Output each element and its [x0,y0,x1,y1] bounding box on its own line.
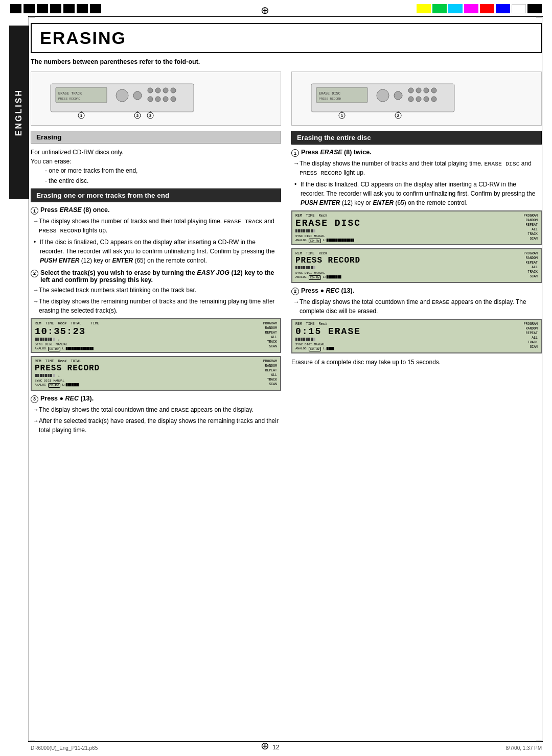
reg-mark-top: ⊕ [261,4,269,16]
right-step1-header: 1 Press ERASE (8) twice. [291,149,542,157]
erase-bold-1: ERASE [60,206,82,214]
right-step1-bullet1: If the disc is finalized, CD appears on … [293,180,542,207]
left-step1-header: 1 Press ERASE (8) once. [31,206,281,215]
page-number: 12 [0,744,552,751]
lcd-right-lower: REMTIMERec# PRESS RECORD [291,248,542,283]
device-diagram-left: ERASE TRACK PRESS RECORD 1 [31,72,281,126]
erase-list: one or more tracks from the end, the ent… [40,166,281,185]
svg-point-30 [416,88,421,93]
left-step2-body: The selected track numbers start blinkin… [31,286,281,315]
color-bar [417,4,542,13]
step1-num: 1 [31,207,38,215]
svg-text:ERASE DISC: ERASE DISC [319,91,340,96]
svg-text:PRESS RECORD: PRESS RECORD [319,97,341,101]
svg-point-35 [424,97,429,102]
svg-point-28 [394,91,402,100]
erase-tracks-header: Erasing one or more tracks from the end [31,188,281,202]
page-subtitle: The numbers between parentheses refer to… [31,58,542,65]
step3-num: 3 [31,395,38,403]
swatch-white [512,4,526,13]
swatch-red [480,4,494,13]
device-svg-right: ERASE DISC PRESS RECORD 1 2 [296,76,537,120]
svg-point-31 [424,88,429,93]
svg-point-29 [408,88,413,93]
swatch-yellow [417,4,431,13]
swatch-magenta [464,4,478,13]
left-step1-arrow1: The display shows the number of tracks a… [33,217,281,235]
svg-point-10 [148,97,153,102]
svg-point-7 [155,88,160,93]
swatch-blue [496,4,510,13]
device-svg-left: ERASE TRACK PRESS RECORD 1 [35,76,277,120]
right-step2-body: The display shows the total countdown ti… [291,297,542,316]
svg-point-27 [377,89,389,102]
svg-point-6 [148,88,153,93]
right-step2-arrow1: The display shows the total countdown ti… [293,297,542,316]
left-step3-arrow2: After the selected track(s) have erased,… [33,416,281,435]
swatch-black [527,4,542,13]
erase-list-item-1: one or more tracks from the end, [45,166,281,175]
erase-disc-header: Erasing the entire disc [291,131,542,145]
right-step1-body: The display shows the number of tracks a… [291,159,542,207]
left-step3-body: The display shows the total countdown ti… [31,405,281,435]
step2-num: 2 [31,270,38,277]
left-step1-bullet1: If the disc is finalized, CD appears on … [33,238,281,265]
svg-point-12 [163,97,168,102]
left-column: ERASE TRACK PRESS RECORD 1 [31,72,281,438]
svg-point-32 [431,88,436,93]
main-content: ERASING The numbers between parentheses … [31,23,542,741]
lcd-left-lower: REMTIMERec#TOTAL PRESS RECORD [31,356,281,391]
left-step1-body: The display shows the number of tracks a… [31,217,281,265]
left-step2-header: 2 Select the track(s) you wish to erase … [31,269,281,284]
swatch-cyan [448,4,463,13]
sidebar-label: ENGLISH [14,89,24,136]
sidebar-english: ENGLISH [9,26,29,199]
left-step3-header: 3 Press ● REC (13). [31,395,281,403]
svg-text:3: 3 [149,113,152,118]
svg-point-9 [171,88,176,93]
erasing-intro: For unfinalized CD-RW discs only. You ca… [31,148,281,185]
svg-point-33 [408,97,413,102]
svg-point-13 [171,97,176,102]
right-step2-header: 2 Press ● REC (13). [291,287,542,295]
right-step1-arrow1: The display shows the number of tracks a… [293,159,542,178]
page-title-box: ERASING [31,23,542,53]
svg-point-36 [431,97,436,102]
svg-point-5 [133,91,142,100]
left-step3-arrow1: The display shows the total countdown ti… [33,405,281,414]
svg-text:2: 2 [397,113,400,118]
erase-list-item-2: the entire disc. [45,176,281,185]
two-column-layout: ERASE TRACK PRESS RECORD 1 [31,72,542,438]
lcd-right-upper: REMTIMERec# ERASE DISC [291,210,542,245]
left-step2-arrow2: The display shows the remaining number o… [33,297,281,315]
svg-text:1: 1 [341,113,343,118]
svg-point-11 [155,97,160,102]
svg-text:1: 1 [80,113,83,118]
erasure-note: Erasure of a complete disc may take up t… [291,358,542,367]
svg-point-4 [116,89,128,102]
device-diagram-right: ERASE DISC PRESS RECORD 1 2 [291,72,542,126]
right-step2-num: 2 [291,288,299,295]
black-squares [10,4,101,13]
right-step1-num: 1 [291,149,299,157]
footer-right: 8/7/00, 1:37 PM [505,745,542,751]
svg-text:2: 2 [136,113,139,118]
lcd-right-bottom: REMTIMERec# 0:15 ERASE [291,319,542,353]
lcd-left-upper: REMTIMERec#TOTALTIME 10:35:23 [31,318,281,353]
swatch-green [432,4,447,13]
page-title: ERASING [40,28,126,48]
right-column: ERASE DISC PRESS RECORD 1 2 [291,72,542,438]
svg-point-8 [163,88,168,93]
svg-text:ERASE TRACK: ERASE TRACK [58,91,82,96]
erasing-header: Erasing [31,131,281,144]
svg-point-34 [416,97,421,102]
svg-text:PRESS RECORD: PRESS RECORD [58,97,81,101]
left-step2-arrow1: The selected track numbers start blinkin… [33,286,281,295]
